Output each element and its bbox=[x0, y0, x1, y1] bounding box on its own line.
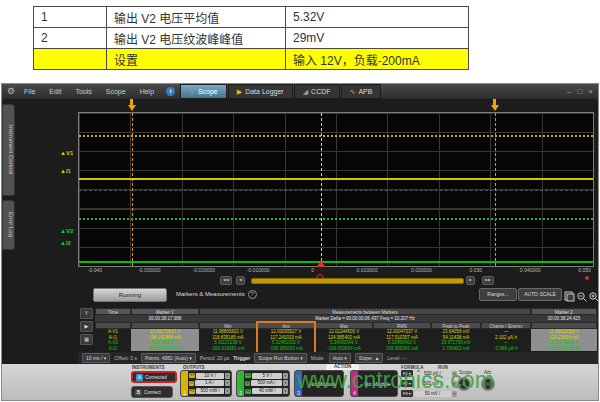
chevron-down-icon[interactable]: ▾ bbox=[283, 380, 288, 386]
filter-icon[interactable]: Y bbox=[80, 308, 93, 319]
pan-right-button[interactable]: ▶ bbox=[466, 276, 475, 285]
col-min: Min bbox=[199, 322, 257, 329]
menu-file[interactable]: File bbox=[17, 88, 42, 95]
menu-tools[interactable]: Tools bbox=[68, 88, 98, 95]
x-axis-tick-label: -0.010000 bbox=[247, 267, 270, 273]
time-blank bbox=[95, 315, 131, 322]
setting-value-dropdown[interactable]: 10 V / bbox=[196, 373, 224, 379]
x-axis-tick-label: -0.020000 bbox=[193, 267, 216, 273]
tab-ccdf[interactable]: ◢CCDF bbox=[294, 84, 340, 99]
output-module-2[interactable]: 2V25 V /▾I2500 mA /▾P245 mW /▾ bbox=[236, 370, 290, 397]
gear-icon[interactable]: ⚙ bbox=[7, 84, 15, 99]
settings-item-2[interactable]: Points: 4882 (Auto) ▾ bbox=[141, 353, 196, 363]
channel-label-i1[interactable]: ▲I1 bbox=[60, 168, 71, 174]
play-icon: ▶ bbox=[237, 85, 242, 98]
autoscale-button[interactable]: AUTO SCALE bbox=[518, 288, 562, 301]
setting-value-dropdown[interactable]: 45 mW / bbox=[252, 388, 282, 394]
copy-icon[interactable] bbox=[563, 288, 575, 299]
table-cell: 29mV bbox=[286, 28, 469, 49]
pan-slider[interactable] bbox=[251, 278, 464, 284]
tab-scope[interactable]: ∿Scope bbox=[180, 84, 227, 99]
col-rms: RMS bbox=[373, 322, 431, 329]
channel-label-v2[interactable]: ▲V2 bbox=[60, 228, 73, 234]
tab-apb[interactable]: ∿APB bbox=[341, 84, 382, 99]
maximize-button[interactable]: □ bbox=[577, 87, 582, 96]
channel-name: A-I2 bbox=[95, 346, 131, 352]
info-icon[interactable]: i bbox=[166, 87, 175, 96]
max-cell: -199.050854 mA bbox=[315, 346, 373, 352]
settings-item-0[interactable]: 10 ms / ▾ bbox=[82, 353, 110, 363]
ranges-button[interactable]: Ranges... bbox=[479, 288, 517, 301]
menu-edit[interactable]: Edit bbox=[42, 88, 68, 95]
table-cell: 1 bbox=[34, 7, 107, 28]
chevron-down-icon[interactable]: ▾ bbox=[225, 388, 230, 394]
output-module-1[interactable]: 1V110 V /▾I11 A /▾P1500 mW /▾ bbox=[180, 370, 232, 397]
chevron-down-icon[interactable]: ▾ bbox=[225, 373, 230, 379]
pkpk-cell: 1.768482 mA bbox=[431, 346, 481, 352]
markers-measurements-title: Markers & Measurements? bbox=[176, 290, 257, 299]
measurement-summary-table: 1输出 V2 电压平均值5.32V2输出 V2 电压纹波峰峰值29mV设置输入 … bbox=[33, 6, 469, 70]
tab-data-logger[interactable]: ▶Data Logger bbox=[228, 84, 293, 99]
instrument-a-connected-button[interactable]: A Connected bbox=[131, 371, 177, 383]
chevron-down-icon[interactable]: ▾ bbox=[225, 380, 230, 386]
minimize-button[interactable]: – bbox=[567, 87, 571, 96]
col-blank bbox=[95, 322, 131, 329]
marker-1-handle[interactable] bbox=[127, 99, 136, 111]
setting-value-dropdown[interactable]: 500 mA / bbox=[251, 380, 282, 386]
settings-item-8[interactable]: Slope: ▲ bbox=[355, 353, 384, 363]
instrument-b-connect-button[interactable]: B Connect bbox=[131, 386, 173, 398]
col-blank bbox=[131, 322, 199, 329]
module-rows: V25 V /▾I2500 mA /▾P245 mW /▾ bbox=[244, 371, 289, 396]
col-blank bbox=[531, 322, 597, 329]
zoom-in-icon[interactable] bbox=[588, 288, 600, 299]
x-axis-tick-label: 0.050 bbox=[578, 267, 591, 273]
setting-value-dropdown[interactable]: 5 V / bbox=[252, 373, 282, 379]
x-axis-tick-label: 0.010000 bbox=[357, 267, 378, 273]
meas-header-row: TimeMarker 1Measurements between Markers… bbox=[95, 308, 598, 315]
close-button[interactable]: × bbox=[588, 87, 593, 96]
x-axis-tick-label: -0.040 bbox=[88, 267, 102, 273]
chevron-down-icon[interactable]: ▾ bbox=[283, 373, 288, 379]
module-setting-row: P245 mW /▾ bbox=[245, 388, 288, 394]
settings-item-4: Trigger bbox=[233, 355, 250, 361]
pan-scrollbar: ◀◀ ◀ ▶ ▶▶ bbox=[78, 275, 592, 285]
table-cell: 2 bbox=[34, 28, 107, 49]
measurements-table: TimeMarker 1Measurements between Markers… bbox=[95, 308, 598, 351]
pan-fast-left-button[interactable]: ◀◀ bbox=[220, 276, 232, 285]
help-icon[interactable]: ? bbox=[248, 290, 257, 299]
export-icon[interactable]: ▶ bbox=[80, 321, 93, 332]
table-row: 1输出 V2 电压平均值5.32V bbox=[34, 7, 469, 28]
running-button[interactable]: Running bbox=[93, 288, 167, 302]
measurement-tool-icons: Y ▶ ▦ bbox=[80, 308, 93, 347]
grid-view-icon[interactable]: ▦ bbox=[80, 334, 93, 345]
menu-help[interactable]: Help bbox=[133, 88, 161, 95]
col-max: Max bbox=[315, 322, 373, 329]
chevron-down-icon[interactable]: ▾ bbox=[283, 388, 288, 394]
watermark: www.cntronics.com bbox=[297, 367, 494, 394]
marker2-value: 00:00:38:24.425 bbox=[531, 315, 597, 322]
channel-tag: V1 bbox=[189, 373, 195, 378]
pan-left-button[interactable]: ◀ bbox=[236, 276, 245, 285]
zoom-out-icon[interactable] bbox=[576, 288, 588, 299]
sidebar-tab-instrument-control[interactable]: Instrument Control bbox=[2, 104, 15, 196]
channel-tag: V2 bbox=[245, 373, 251, 378]
meas-values-row: 00:00:38:17.988Marker Delta = 00:00:00:0… bbox=[95, 315, 598, 322]
x-axis-tick-label: 0.030 bbox=[470, 267, 483, 273]
col-avg: Avg bbox=[257, 322, 315, 329]
pan-fast-right-button[interactable]: ▶▶ bbox=[482, 276, 494, 285]
channel-label-i2[interactable]: ▲I2 bbox=[60, 240, 71, 246]
marker-2-handle[interactable] bbox=[490, 99, 499, 111]
marker2-cell: -200.047308 mA bbox=[531, 346, 597, 352]
instruments-header: INSTRUMENTS bbox=[132, 365, 165, 370]
waveform-plot[interactable] bbox=[78, 112, 594, 267]
scope-app-window: ⚙ FileEditToolsScopeHelp i ∿Scope▶Data L… bbox=[2, 84, 598, 400]
col-charge---energy: Charge / Energy bbox=[481, 322, 531, 329]
settings-item-7[interactable]: Auto ▾ bbox=[329, 353, 351, 363]
channel-label-v1[interactable]: ▲V1 bbox=[60, 150, 73, 156]
module-1-stripe: 1 bbox=[181, 371, 188, 396]
menu-scope[interactable]: Scope bbox=[99, 88, 133, 95]
settings-item-5[interactable]: Scope Run Button ▾ bbox=[254, 353, 306, 363]
setting-value-dropdown[interactable]: 500 mW / bbox=[196, 388, 224, 394]
setting-value-dropdown[interactable]: 1 A / bbox=[195, 380, 224, 386]
sidebar-tab-error-log[interactable]: Error Log bbox=[2, 200, 15, 250]
